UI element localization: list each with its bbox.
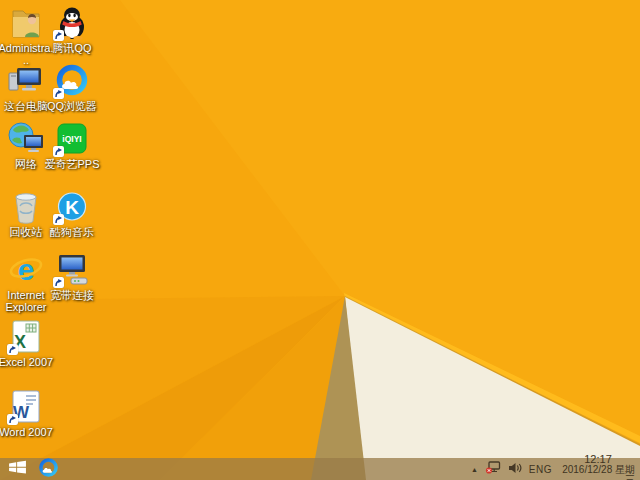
desktop: Administra... 这台电脑 — [0, 0, 640, 480]
windows-logo-icon — [8, 460, 27, 479]
icon-label: 这台电脑 — [4, 100, 48, 112]
icon-label: Excel 2007 — [0, 356, 53, 368]
word-icon: W — [8, 390, 44, 424]
qq-browser-icon — [54, 64, 90, 98]
excel-icon: X — [8, 320, 44, 354]
desktop-icon-kugou-music[interactable]: K 酷狗音乐 — [44, 190, 100, 238]
system-tray: ▲ — [471, 458, 640, 480]
desktop-icon-tencent-qq[interactable]: 腾讯QQ — [44, 6, 100, 54]
shortcut-arrow-icon — [53, 146, 64, 157]
language-indicator[interactable]: ENG — [529, 464, 552, 475]
icon-label: 腾讯QQ — [52, 42, 91, 54]
kugou-icon: K — [54, 190, 90, 224]
icon-label: 酷狗音乐 — [50, 226, 94, 238]
qq-penguin-icon — [54, 6, 90, 40]
internet-explorer-icon: e — [8, 253, 44, 287]
chevron-up-icon: ▲ — [471, 466, 478, 473]
shortcut-arrow-icon — [53, 277, 64, 288]
taskbar: ▲ — [0, 458, 640, 480]
svg-text:e: e — [18, 253, 35, 286]
desktop-icon-iqiyi-pps[interactable]: iQIYI 爱奇艺PPS — [44, 122, 100, 170]
desktop-icon-qq-browser[interactable]: QQ浏览器 — [44, 64, 100, 112]
shortcut-arrow-icon — [7, 344, 18, 355]
network-icon — [8, 122, 44, 156]
icon-label: Word 2007 — [0, 426, 53, 438]
taskbar-qq-browser-button[interactable] — [35, 458, 61, 480]
shortcut-arrow-icon — [53, 30, 64, 41]
network-disconnected-icon — [485, 460, 501, 478]
desktop-icon-broadband-connection[interactable]: 宽带连接 — [44, 253, 100, 301]
clock[interactable]: 12:17 2016/12/28 星期三 — [559, 454, 637, 480]
icon-label: 宽带连接 — [50, 289, 94, 301]
clock-time: 12:17 — [559, 454, 637, 464]
svg-text:iQIYI: iQIYI — [62, 134, 81, 144]
svg-text:K: K — [65, 197, 79, 218]
recycle-bin-icon — [8, 190, 44, 224]
desktop-icon-excel-2007[interactable]: X Excel 2007 — [0, 320, 54, 368]
speaker-icon — [508, 460, 522, 478]
qq-browser-icon — [38, 457, 59, 480]
start-button[interactable] — [0, 458, 34, 480]
desktop-icon-word-2007[interactable]: W Word 2007 — [0, 390, 54, 438]
iqiyi-icon: iQIYI — [54, 122, 90, 156]
shortcut-arrow-icon — [53, 88, 64, 99]
show-hidden-icons-button[interactable]: ▲ — [471, 466, 478, 473]
shortcut-arrow-icon — [53, 214, 64, 225]
volume-button[interactable] — [508, 460, 522, 478]
this-pc-icon — [8, 64, 44, 98]
icon-label: 网络 — [15, 158, 37, 170]
broadband-connection-icon — [54, 253, 90, 287]
administrator-folder-icon — [8, 6, 44, 40]
icon-label: 爱奇艺PPS — [44, 158, 99, 170]
icon-label: 回收站 — [10, 226, 43, 238]
shortcut-arrow-icon — [7, 414, 18, 425]
network-status-button[interactable] — [485, 460, 501, 478]
clock-date: 2016/12/28 星期三 — [559, 465, 637, 480]
icon-label: QQ浏览器 — [47, 100, 97, 112]
